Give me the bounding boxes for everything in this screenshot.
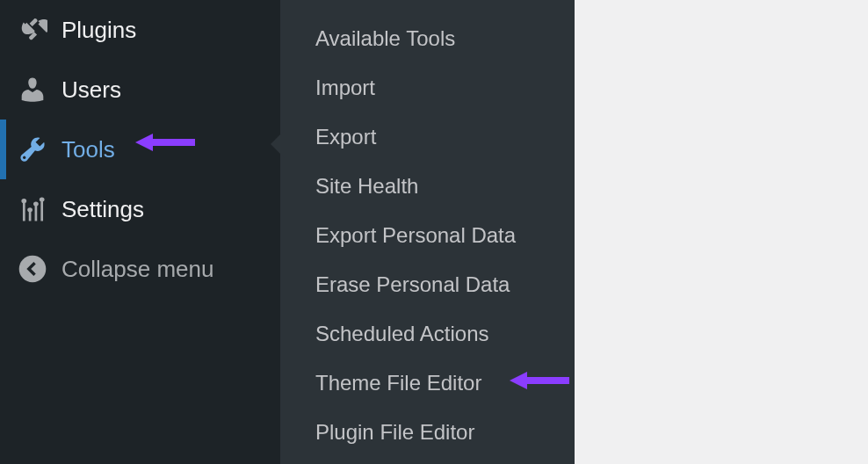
submenu-item-erase-personal-data[interactable]: Erase Personal Data (280, 260, 575, 309)
submenu-item-site-health[interactable]: Site Health (280, 162, 575, 211)
sidebar-item-label: Plugins (61, 17, 136, 44)
submenu-item-scheduled-actions[interactable]: Scheduled Actions (280, 309, 575, 359)
admin-sidebar: Plugins Users Tools Settings Collapse me… (0, 0, 280, 464)
sidebar-item-settings[interactable]: Settings (0, 179, 280, 239)
annotation-arrow-tools (134, 129, 199, 156)
annotation-arrow-theme-editor (508, 367, 574, 394)
submenu-item-import[interactable]: Import (280, 63, 575, 112)
plugin-icon (18, 15, 47, 45)
content-area (575, 0, 868, 464)
collapse-icon (18, 254, 47, 284)
sidebar-item-label: Collapse menu (61, 256, 213, 283)
submenu-item-export[interactable]: Export (280, 112, 575, 162)
submenu-item-plugin-file-editor[interactable]: Plugin File Editor (280, 408, 575, 457)
sidebar-item-label: Settings (61, 196, 144, 223)
sidebar-item-users[interactable]: Users (0, 60, 280, 120)
sidebar-item-plugins[interactable]: Plugins (0, 0, 280, 60)
user-icon (18, 75, 47, 105)
submenu-item-available-tools[interactable]: Available Tools (280, 14, 575, 63)
wrench-icon (18, 134, 47, 164)
sidebar-item-collapse[interactable]: Collapse menu (0, 239, 280, 299)
svg-point-0 (19, 256, 47, 283)
submenu-arrow-pointer (271, 130, 285, 158)
sidebar-item-label: Tools (61, 136, 115, 163)
sliders-icon (18, 194, 47, 224)
sidebar-item-label: Users (61, 76, 121, 104)
tools-submenu: Available Tools Import Export Site Healt… (280, 0, 575, 464)
submenu-item-export-personal-data[interactable]: Export Personal Data (280, 211, 575, 260)
